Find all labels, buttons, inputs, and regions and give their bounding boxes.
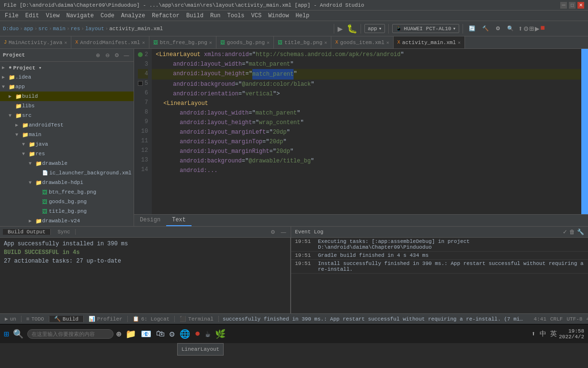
tab-design[interactable]: Design (134, 215, 166, 226)
tab-goods-bg[interactable]: 🖼 goods_bg.png ✕ (216, 36, 274, 48)
settings-button[interactable]: ⚙ (493, 24, 503, 33)
tree-item-build[interactable]: ▶ 📁 build (0, 92, 134, 101)
tab-profiler[interactable]: 📊 Profiler (84, 316, 128, 322)
taskbar-app-browser[interactable]: 🌐 (180, 329, 190, 339)
windows-icon[interactable]: ⊞ (4, 329, 9, 339)
settings2-icon[interactable]: ⚙ (524, 24, 529, 34)
menu-code[interactable]: Code (98, 12, 117, 20)
tree-item-main[interactable]: ▼ 📁 main (0, 130, 134, 139)
taskbar-app-green[interactable]: 🌿 (215, 329, 226, 339)
event-log-check-btn[interactable]: ✓ (563, 229, 567, 235)
tab-close-goods-bg[interactable]: ✕ (267, 40, 270, 46)
window-controls[interactable]: ─ □ ✕ (560, 2, 584, 9)
tree-item-drawable-hdpi[interactable]: ▼ 📁 drawable-hdpi (0, 178, 134, 187)
project-settings-btn[interactable]: ⚙ (113, 51, 121, 59)
menu-file[interactable]: File (2, 12, 22, 20)
tree-item-goods-bg[interactable]: 🖼 goods_bg.png (0, 197, 134, 207)
tab-close-goods-item[interactable]: ✕ (386, 40, 389, 46)
tab-close-activity-main[interactable]: ✕ (458, 40, 461, 46)
tab-terminal[interactable]: ⬛ Terminal (175, 316, 219, 322)
menu-build[interactable]: Build (183, 12, 206, 20)
menu-view[interactable]: View (43, 12, 63, 20)
run-arrow-icon[interactable]: ▶ (338, 23, 343, 34)
menu-help[interactable]: Help (293, 12, 312, 20)
tree-item-idea[interactable]: ▶ 📁 .idea (0, 72, 134, 82)
taskbar-app-settings[interactable]: ⚙ (170, 329, 175, 339)
stop-icon[interactable]: ■ (541, 24, 545, 34)
tab-activity-main[interactable]: X activity_main.xml ✕ (394, 36, 465, 48)
tree-item-libs[interactable]: 📁 libs (0, 101, 134, 111)
code-area[interactable]: <LinearLayout xmlns:android =" http://sc… (152, 49, 581, 214)
tree-item-drawable[interactable]: ▼ 📁 drawable (0, 159, 134, 168)
sync-button[interactable]: 🔄 (466, 24, 478, 33)
debug-icon[interactable]: 🐛 (347, 23, 357, 34)
build-button[interactable]: 🔨 (480, 24, 491, 33)
minimize-button[interactable]: ─ (560, 2, 567, 9)
tree-item-src[interactable]: ▼ 📁 src (0, 111, 134, 120)
close-button[interactable]: ✕ (577, 2, 584, 9)
breadcrumb-app[interactable]: app (24, 26, 34, 32)
taskbar-app-explorer[interactable]: 📁 (125, 329, 136, 339)
tree-item-java[interactable]: ▼ 📁 java (0, 139, 134, 149)
project-tool-btn2[interactable]: ⊖ (103, 51, 112, 59)
tab-sync[interactable]: Sync (53, 229, 75, 235)
taskbar-app-mail[interactable]: 📧 (141, 329, 151, 339)
tab-text[interactable]: Text (166, 215, 192, 226)
tab-build-output[interactable]: Build Output (3, 229, 51, 235)
tab-title-bg[interactable]: 🖼 title_bg.png ✕ (274, 36, 331, 48)
menu-navigate[interactable]: Navigate (63, 12, 97, 20)
tree-item-title-bg[interactable]: 🖼 title_bg.png (0, 207, 134, 216)
breadcrumb-layout[interactable]: layout (85, 26, 104, 32)
tree-item-app[interactable]: ▼ 📁 app (0, 82, 134, 92)
search-icon[interactable]: 🔍 (13, 329, 23, 339)
menu-analyze[interactable]: Analyze (118, 12, 148, 20)
build-settings-btn[interactable]: ⚙ (269, 228, 277, 236)
tab-logcat[interactable]: 📋 6: Logcat (128, 316, 175, 322)
tree-item-ic-launcher[interactable]: 📄 ic_launcher_background.xml (0, 168, 134, 178)
taskview-icon[interactable]: ⊕ (116, 329, 122, 339)
tree-item-androidtest[interactable]: ▶ 📁 androidTest (0, 120, 134, 130)
layout-icon[interactable]: ⊞ (529, 24, 534, 34)
tab-close-manifest[interactable]: ✕ (142, 40, 145, 46)
cursor-icon[interactable]: ⬆ (518, 24, 523, 34)
play-icon[interactable]: ▶ (535, 24, 540, 34)
tab-run[interactable]: ▶ un (0, 316, 22, 322)
tree-item-drawable-v24[interactable]: ▶ 📁 drawable-v24 (0, 216, 134, 226)
taskbar-app-store[interactable]: 🛍 (156, 329, 165, 339)
search-everywhere-button[interactable]: 🔍 (505, 24, 516, 33)
breadcrumb-res[interactable]: res (70, 26, 80, 32)
tab-todo[interactable]: ≡ TODO (22, 316, 49, 322)
project-close-btn[interactable]: — (122, 51, 131, 59)
device-dropdown[interactable]: 📱 HUAWEI PCT-AL10 ▾ (392, 24, 459, 33)
tab-close-title-bg[interactable]: ✕ (324, 40, 327, 46)
menu-tools[interactable]: Tools (225, 12, 248, 20)
project-tool-btn1[interactable]: ⊕ (93, 51, 102, 59)
menu-vcs[interactable]: VCS (249, 12, 265, 20)
taskbar-search-input[interactable] (27, 329, 113, 339)
event-log-clear-btn[interactable]: 🗑 (569, 229, 575, 235)
build-close-btn[interactable]: — (279, 228, 288, 236)
tree-item-layout[interactable]: ▼ 📁 layout (0, 226, 134, 226)
tab-goods-item[interactable]: X goods_item.xml ✕ (331, 36, 393, 48)
tree-item-res[interactable]: ▼ 📁 res (0, 149, 134, 159)
menu-window[interactable]: Window (265, 12, 292, 20)
app-dropdown[interactable]: app ▾ (364, 24, 385, 33)
tree-item-btn-free[interactable]: 🖼 btn_free_bg.png (0, 187, 134, 197)
taskbar-app-red[interactable]: ● (195, 328, 201, 339)
menu-run[interactable]: Run (207, 12, 224, 20)
tab-btn-free[interactable]: 🖼 btn_free_bg.png ✕ (149, 36, 216, 48)
menu-edit[interactable]: Edit (23, 12, 42, 20)
tab-build[interactable]: 🔨 Build (49, 316, 84, 322)
menu-refactor[interactable]: Refactor (149, 12, 182, 20)
tab-close-btn-free[interactable]: ✕ (209, 40, 212, 46)
breadcrumb-src[interactable]: src (38, 26, 48, 32)
breadcrumb-main[interactable]: main (53, 26, 65, 32)
tab-close-main-activity[interactable]: ✕ (64, 40, 67, 46)
taskbar-app-java[interactable]: ☕ (205, 329, 211, 339)
breadcrumb-duo[interactable]: D:duo (3, 26, 19, 32)
maximize-button[interactable]: □ (569, 2, 576, 9)
tab-manifest[interactable]: X AndroidManifest.xml ✕ (71, 36, 149, 48)
tree-item-project[interactable]: ▶ ● Project ▾ (0, 63, 134, 72)
event-log-filter-btn[interactable]: 🔧 (577, 229, 584, 235)
tab-main-activity[interactable]: J MainActivity.java ✕ (0, 36, 71, 48)
